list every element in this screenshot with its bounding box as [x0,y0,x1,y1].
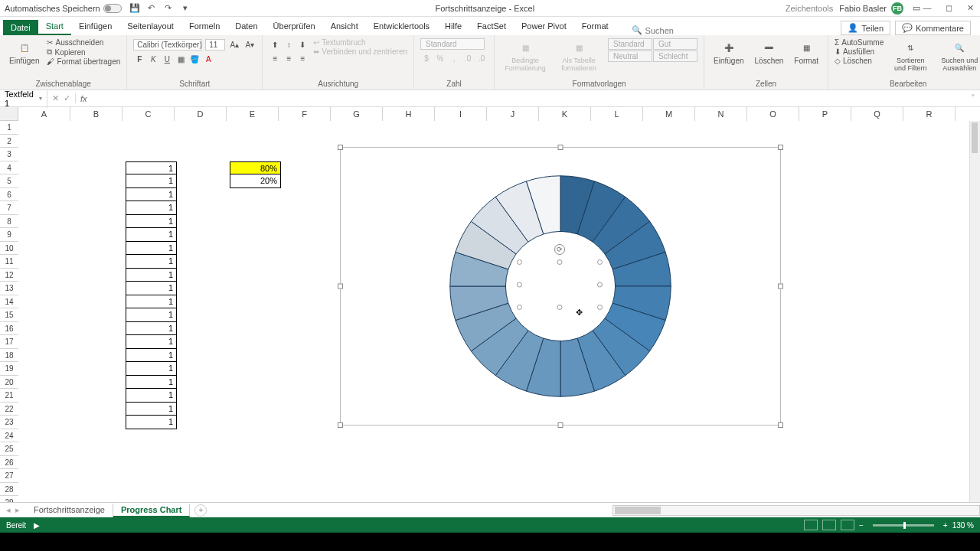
row-header-14[interactable]: 14 [0,295,18,309]
row-header-18[interactable]: 18 [0,349,18,363]
delete-cells-button[interactable]: ➖Löschen [752,38,787,78]
cell-c19[interactable]: 1 [126,349,177,363]
cell-c11[interactable]: 1 [126,242,177,256]
row-header-13[interactable]: 13 [0,282,18,295]
col-header-E[interactable]: E [227,107,279,121]
tb-handle-sw[interactable] [517,305,522,310]
horizontal-scrollbar[interactable] [612,505,980,516]
resize-handle-sw[interactable] [338,422,343,428]
col-header-O[interactable]: O [747,107,799,121]
share-button[interactable]: 👤Teilen [841,21,890,35]
macro-record-icon[interactable]: ▶ [34,521,40,530]
textbox-selection[interactable]: ⟳ [520,262,599,307]
tab-hilfe[interactable]: Hilfe [437,18,469,35]
redo-icon[interactable]: ↷ [163,3,174,14]
sheet-prev-icon[interactable]: ◂ [6,505,11,515]
resize-handle-w[interactable] [338,284,343,289]
col-header-H[interactable]: H [383,107,435,121]
comments-button[interactable]: 💬Kommentare [895,21,971,35]
underline-button[interactable]: U [161,53,173,65]
cell-c7[interactable]: 1 [126,188,177,202]
comma-icon[interactable]: , [448,52,460,64]
row-header-3[interactable]: 3 [0,148,18,161]
cell-c15[interactable]: 1 [126,295,177,309]
row-header-23[interactable]: 23 [0,416,18,429]
close-icon[interactable]: ✕ [965,3,975,13]
wrap-text-button[interactable]: ↩Textumbruch [313,38,407,47]
resize-handle-ne[interactable] [778,145,783,150]
tb-handle-e[interactable] [597,282,603,288]
cell-e5[interactable]: 80% [230,161,281,175]
view-normal-icon[interactable] [804,520,818,530]
cell-c20[interactable]: 1 [126,362,177,376]
resize-handle-se[interactable] [778,422,783,428]
zoom-out-icon[interactable]: − [859,521,864,530]
format-painter-button[interactable]: 🖌Format übertragen [47,57,120,66]
col-header-G[interactable]: G [331,107,383,121]
shrink-font-icon[interactable]: A▾ [243,38,256,51]
row-header-19[interactable]: 19 [0,362,18,376]
row-header-6[interactable]: 6 [0,188,18,202]
cell-c5[interactable]: 1 [126,161,177,175]
fill-color-button[interactable]: 🪣 [188,53,201,65]
rotate-handle-icon[interactable]: ⟳ [554,244,565,255]
style-gut[interactable]: Gut [653,38,697,50]
fx-icon[interactable]: fx [76,94,92,103]
row-header-4[interactable]: 4 [0,161,18,175]
cell-c17[interactable]: 1 [126,322,177,336]
col-header-R[interactable]: R [903,107,956,121]
resize-handle-e[interactable] [778,284,783,289]
inc-decimal-icon[interactable]: .0 [462,52,474,64]
currency-icon[interactable]: $ [420,52,433,64]
row-header-2[interactable]: 2 [0,135,18,148]
context-tab[interactable]: Zeichentools [779,2,839,15]
tab-formeln[interactable]: Formeln [181,18,227,35]
tab-start[interactable]: Start [38,18,71,35]
row-header-8[interactable]: 8 [0,215,18,229]
cut-button[interactable]: ✂Ausschneiden [47,38,120,47]
tb-handle-ne[interactable] [597,259,603,265]
col-header-L[interactable]: L [591,107,643,121]
style-standard[interactable]: Standard [608,38,652,50]
cancel-formula-icon[interactable]: ✕ [52,93,59,103]
merge-button[interactable]: ⬌Verbinden und zentrieren [313,47,407,56]
percent-icon[interactable]: % [434,52,446,64]
col-header-D[interactable]: D [175,107,227,121]
cond-format-button[interactable]: ▦Bedingte Formatierung [501,38,550,78]
italic-button[interactable]: K [147,53,159,65]
row-header-12[interactable]: 12 [0,269,18,282]
col-header-K[interactable]: K [539,107,591,121]
row-header-22[interactable]: 22 [0,403,18,416]
tab-daten[interactable]: Daten [227,18,265,35]
search-box[interactable]: 🔍 Suchen [632,25,674,35]
col-header-B[interactable]: B [70,107,122,121]
row-header-24[interactable]: 24 [0,429,18,443]
row-header-28[interactable]: 28 [0,483,18,497]
font-color-button[interactable]: A [202,53,214,65]
tab-seitenlayout[interactable]: Seitenlayout [119,18,181,35]
cell-e6[interactable]: 20% [230,174,281,188]
dec-decimal-icon[interactable]: .0 [475,52,488,64]
format-cells-button[interactable]: ▦Format [791,38,822,78]
col-header-J[interactable]: J [487,107,539,121]
undo-icon[interactable]: ↶ [146,3,157,14]
zoom-slider[interactable] [873,524,934,527]
align-top-icon[interactable]: ⬆ [269,38,281,51]
col-header-P[interactable]: P [799,107,851,121]
border-button[interactable]: ▦ [175,53,187,65]
vscroll-thumb[interactable] [972,122,978,153]
confirm-formula-icon[interactable]: ✓ [64,93,70,103]
resize-handle-nw[interactable] [338,145,343,150]
row-header-29[interactable]: 29 [0,496,18,502]
cell-c14[interactable]: 1 [126,282,177,295]
paste-button[interactable]: 📋 Einfügen [6,38,42,78]
cell-c9[interactable]: 1 [126,215,177,229]
row-header-20[interactable]: 20 [0,376,18,390]
tb-handle-nw[interactable] [517,259,522,265]
sort-filter-button[interactable]: ⇅Sortieren und Filtern [888,38,933,78]
row-header-15[interactable]: 15 [0,308,18,322]
hscroll-thumb[interactable] [615,507,661,514]
grow-font-icon[interactable]: A▴ [228,38,240,51]
fill-button[interactable]: ⬇Ausfüllen [835,47,884,56]
align-left-icon[interactable]: ≡ [269,52,281,64]
